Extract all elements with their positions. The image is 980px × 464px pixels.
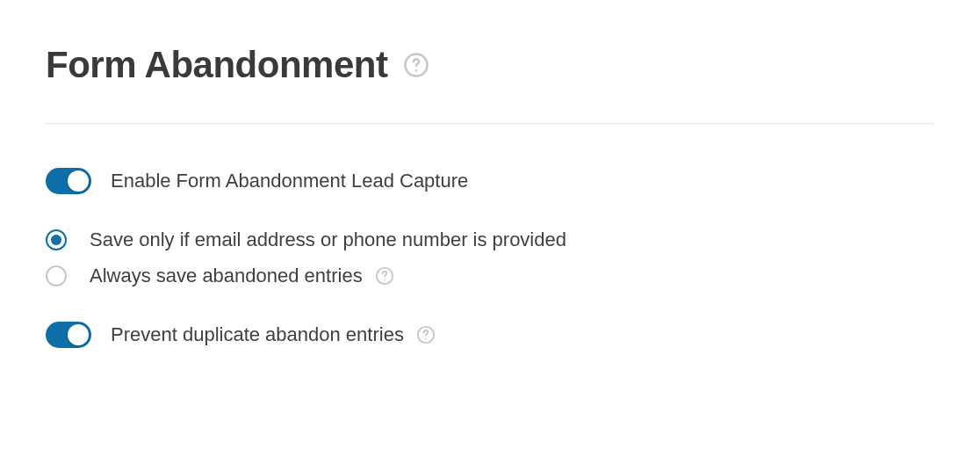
enable-capture-row: Enable Form Abandonment Lead Capture [46,168,934,194]
radio-save-if-contact[interactable] [46,229,67,250]
enable-capture-label: Enable Form Abandonment Lead Capture [111,169,468,194]
page-title: Form Abandonment [46,44,387,86]
heading-row: Form Abandonment [46,44,934,86]
settings-group: Enable Form Abandonment Lead Capture Sav… [46,168,934,348]
prevent-duplicate-label: Prevent duplicate abandon entries [111,323,404,348]
divider [46,123,934,124]
label-with-help: Prevent duplicate abandon entries [111,323,436,348]
label-with-help: Always save abandoned entries [90,264,394,289]
svg-point-5 [425,338,427,340]
help-icon[interactable] [403,52,429,78]
prevent-duplicate-row: Prevent duplicate abandon entries [46,322,934,348]
save-rule-option-always: Always save abandoned entries [46,264,934,289]
save-rule-radio-group: Save only if email address or phone numb… [46,228,934,288]
toggle-knob [68,170,89,192]
enable-capture-toggle[interactable] [46,168,91,194]
radio-always-save[interactable] [46,265,67,286]
prevent-duplicate-toggle[interactable] [46,322,91,348]
help-icon[interactable] [375,266,394,286]
save-rule-option-email-phone: Save only if email address or phone numb… [46,228,934,253]
radio-label: Save only if email address or phone numb… [90,228,566,253]
radio-label: Always save abandoned entries [90,264,363,289]
help-icon[interactable] [416,325,436,344]
svg-point-1 [415,69,418,72]
toggle-knob [68,324,89,345]
svg-point-3 [384,279,386,281]
